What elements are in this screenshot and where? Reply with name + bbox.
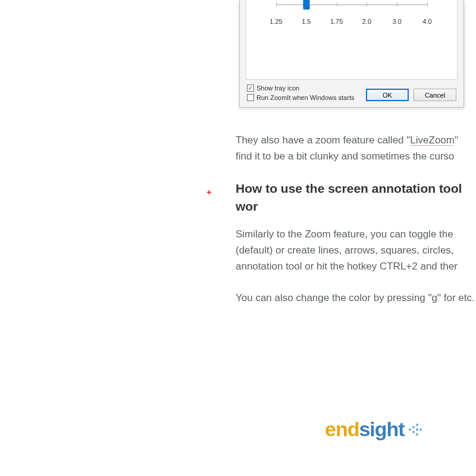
slider-thumb[interactable] — [303, 0, 309, 10]
slider-tick-label: 3.0 — [393, 18, 402, 25]
checkbox-icon: ✓ — [247, 84, 254, 92]
paragraph: You can also change the color by pressin… — [236, 290, 476, 306]
article-body: They also have a zoom feature called "Li… — [236, 132, 476, 321]
dialog-content: 1.25 1.5 1.75 2.0 3.0 4.0 — [246, 0, 458, 80]
checkbox-label: Run ZoomIt when Windows starts — [256, 94, 354, 101]
checkbox-icon — [247, 94, 254, 101]
section-heading: How to use the screen annotation tool wo… — [236, 180, 476, 215]
slider-tick-label: 1.25 — [270, 18, 282, 25]
ok-button[interactable]: OK — [366, 89, 409, 101]
paragraph: They also have a zoom feature called "Li… — [236, 132, 476, 164]
zoomit-dialog: 1.25 1.5 1.75 2.0 3.0 4.0 ✓ Show tray ic… — [239, 0, 464, 108]
cancel-button[interactable]: Cancel — [414, 89, 456, 101]
slider-tick-label: 2.0 — [362, 18, 371, 25]
logo-text-end: end — [325, 418, 359, 441]
add-section-icon[interactable]: + — [206, 187, 212, 197]
slider-tick-label: 1.5 — [302, 18, 311, 25]
checkbox-label: Show tray icon — [256, 84, 299, 92]
zoom-level-slider[interactable]: 1.25 1.5 1.75 2.0 3.0 4.0 — [276, 0, 427, 26]
show-tray-icon-checkbox[interactable]: ✓ Show tray icon — [247, 84, 299, 92]
logo-text-sight: sight — [359, 418, 404, 441]
endsight-logo: endsight — [325, 418, 422, 441]
paragraph: Similarly to the Zoom feature, you can t… — [236, 226, 476, 274]
run-on-startup-checkbox[interactable]: Run ZoomIt when Windows starts — [247, 94, 354, 101]
livezoom-link[interactable]: LiveZoom — [410, 134, 455, 146]
logo-dots-icon — [408, 422, 422, 437]
slider-tick-label: 1.75 — [330, 18, 343, 25]
slider-tick-label: 4.0 — [422, 18, 431, 25]
